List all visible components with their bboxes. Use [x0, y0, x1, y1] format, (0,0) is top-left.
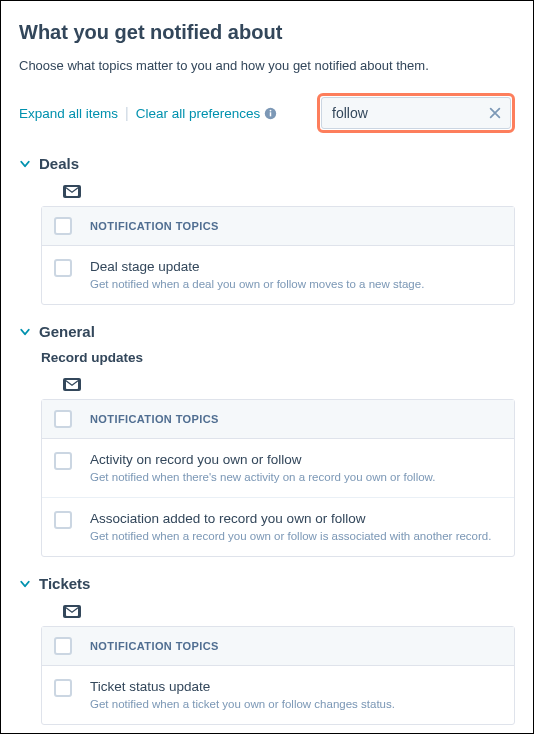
section-title: Deals — [39, 155, 79, 172]
table-row: Association added to record you own or f… — [42, 498, 514, 556]
page-subtitle: Choose what topics matter to you and how… — [19, 58, 515, 73]
table-header: NOTIFICATION TOPICS — [42, 627, 514, 666]
svg-point-2 — [270, 109, 272, 111]
separator: | — [125, 105, 129, 121]
search-input[interactable] — [330, 104, 488, 122]
table-header: NOTIFICATION TOPICS — [42, 207, 514, 246]
chevron-down-icon — [19, 326, 31, 338]
section-title: General — [39, 323, 95, 340]
topics-table: NOTIFICATION TOPICS Ticket status update… — [41, 626, 515, 725]
column-header: NOTIFICATION TOPICS — [90, 413, 219, 425]
topic-title: Deal stage update — [90, 258, 502, 276]
topic-checkbox[interactable] — [54, 452, 72, 470]
svg-rect-1 — [270, 112, 271, 116]
search-highlight — [317, 93, 515, 133]
select-all-checkbox[interactable] — [54, 410, 72, 428]
section-toggle-tickets[interactable]: Tickets — [19, 575, 515, 592]
topic-checkbox[interactable] — [54, 679, 72, 697]
topic-title: Ticket status update — [90, 678, 502, 696]
chevron-down-icon — [19, 578, 31, 590]
section-title: Tickets — [39, 575, 90, 592]
topic-desc: Get notified when a deal you own or foll… — [90, 277, 502, 293]
table-header: NOTIFICATION TOPICS — [42, 400, 514, 439]
clear-search-icon[interactable] — [488, 106, 502, 120]
topic-title: Activity on record you own or follow — [90, 451, 502, 469]
table-row: Activity on record you own or follow Get… — [42, 439, 514, 498]
chevron-down-icon — [19, 158, 31, 170]
email-channel-icon[interactable] — [63, 378, 81, 391]
select-all-checkbox[interactable] — [54, 217, 72, 235]
clear-all-link[interactable]: Clear all preferences — [136, 106, 261, 121]
expand-all-link[interactable]: Expand all items — [19, 106, 118, 121]
search-field[interactable] — [321, 97, 511, 129]
section-toggle-deals[interactable]: Deals — [19, 155, 515, 172]
email-channel-icon[interactable] — [63, 185, 81, 198]
topics-table: NOTIFICATION TOPICS Deal stage update Ge… — [41, 206, 515, 305]
info-icon[interactable] — [264, 107, 277, 120]
subsection-title: Record updates — [41, 350, 515, 365]
email-channel-icon[interactable] — [63, 605, 81, 618]
column-header: NOTIFICATION TOPICS — [90, 220, 219, 232]
topic-checkbox[interactable] — [54, 511, 72, 529]
svg-rect-5 — [66, 607, 78, 616]
topic-desc: Get notified when a ticket you own or fo… — [90, 697, 502, 713]
topic-desc: Get notified when a record you own or fo… — [90, 529, 502, 545]
column-header: NOTIFICATION TOPICS — [90, 640, 219, 652]
section-toggle-general[interactable]: General — [19, 323, 515, 340]
topics-table: NOTIFICATION TOPICS Activity on record y… — [41, 399, 515, 557]
table-row: Ticket status update Get notified when a… — [42, 666, 514, 724]
topic-title: Association added to record you own or f… — [90, 510, 502, 528]
topic-desc: Get notified when there's new activity o… — [90, 470, 502, 486]
page-title: What you get notified about — [19, 21, 515, 44]
select-all-checkbox[interactable] — [54, 637, 72, 655]
table-row: Deal stage update Get notified when a de… — [42, 246, 514, 304]
topic-checkbox[interactable] — [54, 259, 72, 277]
